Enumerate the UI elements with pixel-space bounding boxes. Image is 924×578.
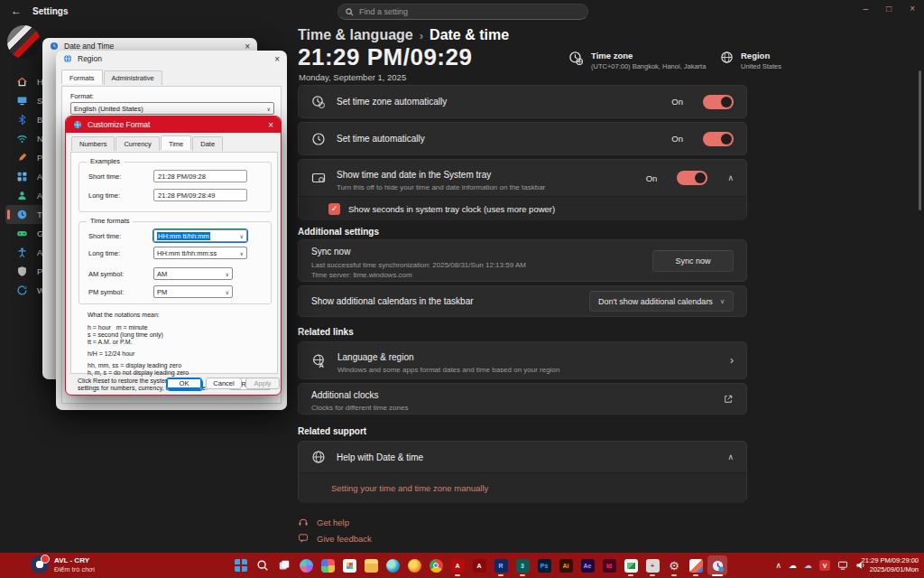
search-icon <box>256 559 269 572</box>
toggle-state-label: On <box>671 134 683 144</box>
chevron-up-icon[interactable]: ∧ <box>727 452 734 461</box>
additional-clocks-card[interactable]: Additional clocksClocks for different ti… <box>298 383 747 415</box>
close-icon[interactable]: × <box>910 4 915 14</box>
language-region-card[interactable]: A Language & regionWindows and some apps… <box>298 341 747 379</box>
pm-symbol-combobox[interactable]: PM ∨ <box>153 285 233 298</box>
tab-administrative[interactable]: Administrative <box>104 70 162 85</box>
settings-gear-button[interactable]: ⚙ <box>664 555 684 575</box>
chevron-down-icon: ∨ <box>240 250 244 256</box>
format-combobox[interactable]: English (United States) ∨ <box>70 102 274 115</box>
timezone-clock-icon <box>568 51 584 66</box>
start-button[interactable] <box>231 555 251 575</box>
taskbar-search-button[interactable] <box>253 555 273 575</box>
help-article-link[interactable]: Setting your time and time zone manually <box>331 483 488 493</box>
file-explorer-button[interactable] <box>361 555 381 575</box>
back-icon[interactable]: ← <box>11 5 22 17</box>
apply-button[interactable]: Apply <box>245 378 280 389</box>
remote-add-button[interactable]: + <box>642 555 662 575</box>
long-time-combobox[interactable]: HH:mm tt/hh:mm:ss ∨ <box>153 247 247 259</box>
chevron-right-icon: › <box>730 354 734 367</box>
system-tray-row[interactable]: Show time and date in the System trayTur… <box>299 160 746 196</box>
search-box[interactable] <box>337 4 588 20</box>
indesign-button[interactable]: Id <box>599 555 619 575</box>
tab-date[interactable]: Date <box>192 136 223 151</box>
photos-button[interactable] <box>686 555 706 575</box>
weather-cloud-icon[interactable]: ☁ <box>804 558 812 573</box>
sync-now-button[interactable]: Sync now <box>652 250 734 272</box>
am-symbol-combobox[interactable]: AM ∨ <box>153 267 233 280</box>
copilot-button[interactable] <box>296 555 316 575</box>
system-tray-toggle[interactable] <box>677 171 707 185</box>
time-formats-group: Time formats Short time: HH:mm tt/hh:mm … <box>79 221 272 304</box>
edge-button[interactable] <box>383 555 402 575</box>
customize-format-dialog: Customize Format × Numbers Currency Time… <box>65 116 282 396</box>
taskbar-widget[interactable]: AVL - CRY Điểm trò chơi <box>31 555 95 573</box>
set-timezone-auto-toggle[interactable] <box>703 95 734 109</box>
get-help-link[interactable]: Get help <box>317 517 349 527</box>
give-feedback-link[interactable]: Give feedback <box>317 534 372 544</box>
edge-icon <box>386 559 400 573</box>
tab-numbers[interactable]: Numbers <box>71 136 115 151</box>
notation-title: What the notations mean: <box>88 312 160 320</box>
give-feedback-row[interactable]: Give feedback <box>298 533 372 544</box>
apps-grid-icon <box>16 171 28 182</box>
photoshop-button[interactable]: Ps <box>534 555 554 575</box>
set-time-auto-toggle[interactable] <box>703 132 734 146</box>
search-input[interactable] <box>359 7 567 16</box>
date-time-window-button[interactable] <box>707 555 727 575</box>
help-globe-icon <box>311 450 326 464</box>
designer-button[interactable] <box>318 555 337 575</box>
help-card: Help with Date & time ∧ Setting your tim… <box>298 441 747 502</box>
tray-clock[interactable]: 21:29 PM/09:29:00 2025/09/01/Mon <box>862 556 919 574</box>
acrobat-button[interactable]: A <box>448 555 467 575</box>
chrome-button[interactable] <box>426 555 446 575</box>
example-long-time: 21:28 PM/09:28:49 <box>153 189 247 201</box>
firefox-button[interactable] <box>404 555 424 575</box>
additional-calendars-card: Show additional calendars in the taskbar… <box>298 285 747 317</box>
tab-currency[interactable]: Currency <box>116 136 159 151</box>
minimize-icon[interactable]: – <box>864 4 869 14</box>
brush-icon <box>16 152 28 163</box>
tray-chevron-up-icon[interactable]: ∧ <box>775 558 781 573</box>
photoshop-icon: Ps <box>538 559 551 573</box>
person-icon <box>16 190 28 201</box>
task-view-button[interactable] <box>274 555 294 575</box>
3ds-max-icon: 3 <box>516 559 530 573</box>
store-button[interactable] <box>339 555 359 575</box>
indesign-icon: Id <box>603 559 616 573</box>
tab-formats[interactable]: Formats <box>61 70 103 84</box>
scrollbar[interactable] <box>919 70 921 210</box>
cancel-button[interactable]: Cancel <box>206 378 242 389</box>
cast-icon[interactable] <box>837 560 848 571</box>
breadcrumb-parent[interactable]: Time & language <box>298 27 413 42</box>
sync-last-line: Last successful time synchronization: 20… <box>311 261 526 269</box>
chevron-up-icon[interactable]: ∧ <box>727 173 734 182</box>
after-effects-button[interactable]: Ae <box>578 555 597 575</box>
avatar[interactable] <box>7 25 41 59</box>
illustrator-button[interactable]: Ai <box>556 555 576 575</box>
notation-line: h/H = 12/24 hour <box>88 350 134 359</box>
close-icon[interactable]: × <box>274 54 280 64</box>
snipping-button[interactable] <box>621 555 641 575</box>
tray-v-app-icon[interactable]: V <box>819 560 830 571</box>
ok-button[interactable]: OK <box>166 378 202 389</box>
external-link-icon <box>723 394 734 405</box>
timezone-summary: Time zone(UTC+07:00) Bangkok, Hanoi, Jak… <box>568 51 706 70</box>
short-time-combobox[interactable]: HH:mm tt/hh:mm ∨ <box>153 229 247 242</box>
calendars-dropdown[interactable]: Don't show additional calendars ∨ <box>589 291 734 312</box>
help-expander-row[interactable]: Help with Date & time ∧ <box>299 442 746 472</box>
close-icon[interactable]: × <box>268 120 273 130</box>
bridge-icon: R <box>494 559 508 573</box>
show-seconds-checkbox[interactable]: ✓ <box>328 203 340 215</box>
page-title: Date & time <box>430 27 509 42</box>
close-icon[interactable]: × <box>245 42 250 51</box>
acrobat-reader-button[interactable]: A <box>469 555 489 575</box>
designer-icon <box>321 559 335 573</box>
bridge-button[interactable]: R <box>491 555 511 575</box>
onedrive-cloud-icon[interactable]: ☁ <box>789 558 797 573</box>
3ds-max-button[interactable]: 3 <box>513 555 532 575</box>
widget-title: AVL - CRY <box>54 556 95 565</box>
maximize-icon[interactable]: □ <box>886 4 892 14</box>
get-help-row[interactable]: Get help <box>298 517 349 527</box>
tab-time[interactable]: Time <box>161 135 191 150</box>
